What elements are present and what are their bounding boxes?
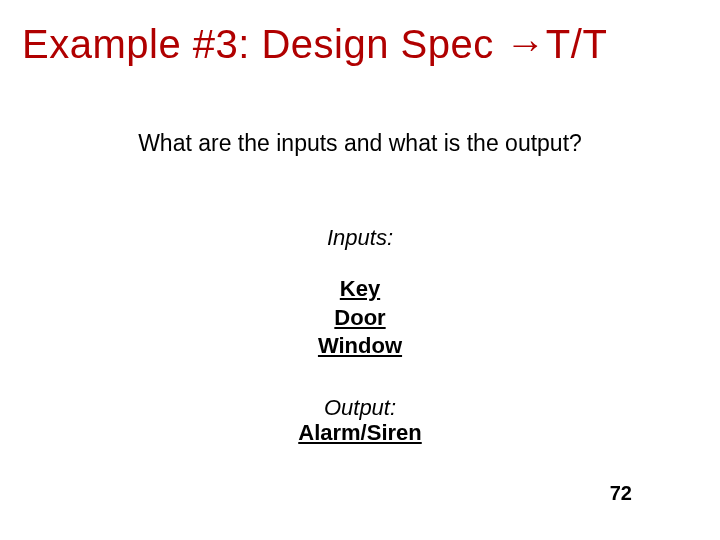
- slide-subtitle: What are the inputs and what is the outp…: [0, 130, 720, 157]
- slide-title: Example #3: Design Spec →T/T: [22, 22, 607, 67]
- page-number: 72: [610, 482, 632, 505]
- list-item: Door: [0, 304, 720, 333]
- inputs-list: Key Door Window: [0, 275, 720, 361]
- output-value: Alarm/Siren: [0, 420, 720, 446]
- list-item: Key: [0, 275, 720, 304]
- list-item: Window: [0, 332, 720, 361]
- output-label: Output:: [0, 395, 720, 421]
- inputs-label: Inputs:: [0, 225, 720, 251]
